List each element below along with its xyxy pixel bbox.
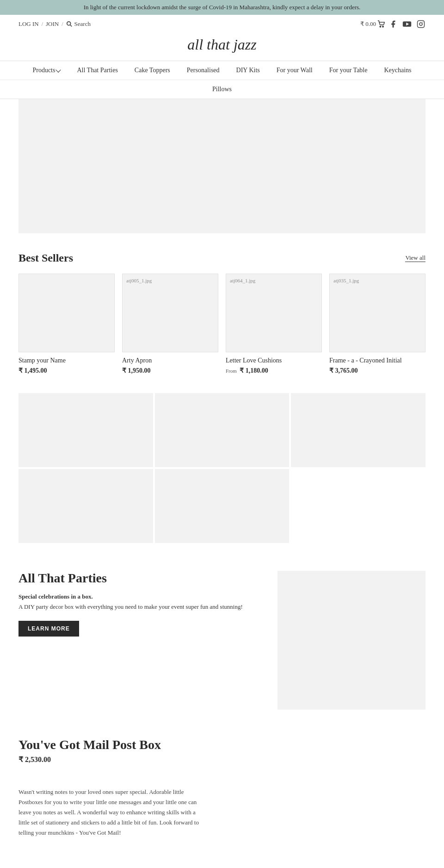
cart-button[interactable]: ₹ 0.00 (360, 20, 385, 28)
view-all-link[interactable]: View all (405, 254, 426, 262)
instagram-icon[interactable] (416, 19, 426, 29)
svg-line-1 (70, 25, 72, 27)
svg-rect-6 (418, 21, 425, 28)
product-image-4: atj035_1.jpg (329, 274, 426, 352)
product-price-4: ₹ 3,765.00 (329, 367, 426, 375)
postbox-description: Wasn't writing notes to your loved ones … (18, 787, 204, 838)
best-sellers-section: Best Sellers View all Stamp your Name ₹ … (0, 233, 444, 384)
grid-cell-empty (291, 469, 426, 543)
image-grid (18, 393, 426, 543)
facebook-icon[interactable] (388, 19, 398, 29)
announcement-bar: In light of the current lockdown amidst … (0, 0, 444, 15)
product-card-2[interactable]: atj005_1.jpg Arty Apron ₹ 1,950.00 (122, 274, 218, 375)
product-name-1: Stamp your Name (18, 357, 115, 364)
divider2: / (62, 21, 63, 28)
postbox-section: You've Got Mail Post Box ₹ 2,530.00 Wasn… (0, 728, 444, 856)
learn-more-button[interactable]: LEARN MORE (18, 621, 79, 637)
product-price-1: ₹ 1,495.00 (18, 367, 115, 375)
nav-item-pillows[interactable]: Pillows (204, 80, 240, 99)
grid-cell-5[interactable] (155, 469, 290, 543)
product-name-3: Letter Love Cushions (226, 357, 322, 364)
grid-cell-2[interactable] (155, 393, 290, 467)
nav-item-cake-toppers[interactable]: Cake Toppers (126, 61, 179, 80)
grid-cell-1[interactable] (18, 393, 153, 467)
nav-item-all-that-parties[interactable]: All That Parties (68, 61, 126, 80)
announcement-text: In light of the current lockdown amidst … (84, 4, 361, 11)
search-icon (66, 21, 73, 27)
feature-image (278, 571, 426, 710)
nav-item-keychains[interactable]: Keychains (376, 61, 419, 80)
product-image-1 (18, 274, 115, 352)
product-name-4: Frame - a - Crayoned Initial (329, 357, 426, 364)
main-nav: Products All That Parties Cake Toppers P… (0, 61, 444, 99)
join-link[interactable]: JOIN (46, 20, 59, 28)
postbox-price: ₹ 2,530.00 (18, 755, 426, 764)
social-icons (388, 19, 426, 29)
youtube-icon[interactable] (402, 19, 412, 29)
login-link[interactable]: LOG IN (18, 20, 39, 28)
product-card-4[interactable]: atj035_1.jpg Frame - a - Crayoned Initia… (329, 274, 426, 375)
product-image-label-3: atj064_1.jpg (230, 278, 255, 283)
search-button[interactable]: Search (66, 20, 91, 28)
products-grid: Stamp your Name ₹ 1,495.00 atj005_1.jpg … (18, 274, 426, 375)
fb-svg (389, 20, 397, 28)
product-image-3: atj064_1.jpg (226, 274, 322, 352)
feature-subtitle: Special celebrations in a box. (18, 593, 259, 600)
header: LOG IN / JOIN / Search ₹ 0.00 (0, 15, 444, 61)
site-title-container: all that jazz (18, 31, 426, 61)
hero-banner (18, 99, 426, 233)
product-name-2: Arty Apron (122, 357, 218, 364)
postbox-title: You've Got Mail Post Box (18, 737, 426, 752)
svg-point-8 (422, 22, 423, 23)
nav-row-2: Pillows (0, 80, 444, 99)
svg-point-7 (419, 23, 422, 25)
feature-title: All That Parties (18, 571, 259, 586)
cart-icon (377, 20, 385, 28)
product-card-1[interactable]: Stamp your Name ₹ 1,495.00 (18, 274, 115, 375)
best-sellers-header: Best Sellers View all (18, 252, 426, 264)
search-label: Search (74, 20, 91, 28)
grid-cell-3[interactable] (291, 393, 426, 467)
ig-svg (417, 20, 425, 28)
nav-item-diy-kits[interactable]: DIY Kits (228, 61, 268, 80)
nav-item-for-your-wall[interactable]: For your Wall (268, 61, 321, 80)
grid-cell-4[interactable] (18, 469, 153, 543)
product-image-label-2: atj005_1.jpg (126, 278, 152, 283)
image-grid-section (0, 384, 444, 552)
product-card-3[interactable]: atj064_1.jpg Letter Love Cushions From ₹… (226, 274, 322, 375)
best-sellers-title: Best Sellers (18, 252, 73, 264)
product-image-2: atj005_1.jpg (122, 274, 218, 352)
product-price-2: ₹ 1,950.00 (122, 367, 218, 375)
feature-text: All That Parties Special celebrations in… (18, 571, 259, 637)
nav-row-1: Products All That Parties Cake Toppers P… (0, 61, 444, 80)
product-price-3: From ₹ 1,180.00 (226, 367, 322, 375)
cart-amount-text: ₹ 0.00 (360, 20, 376, 28)
svg-point-3 (382, 26, 383, 27)
nav-item-personalised[interactable]: Personalised (179, 61, 228, 80)
divider: / (42, 21, 43, 28)
products-chevron-icon (56, 67, 61, 72)
site-title[interactable]: all that jazz (187, 31, 256, 61)
svg-point-0 (67, 22, 70, 25)
header-auth: LOG IN / JOIN / Search (18, 20, 91, 28)
product-image-label-4: atj035_1.jpg (333, 278, 359, 283)
nav-item-for-your-table[interactable]: For your Table (321, 61, 376, 80)
svg-point-2 (380, 26, 381, 27)
feature-description: A DIY party decor box with everything yo… (18, 602, 259, 612)
header-right: ₹ 0.00 (360, 19, 426, 29)
yt-svg (402, 21, 412, 27)
nav-item-products[interactable]: Products (24, 61, 68, 80)
header-top: LOG IN / JOIN / Search ₹ 0.00 (18, 19, 426, 29)
feature-section: All That Parties Special celebrations in… (0, 552, 444, 728)
